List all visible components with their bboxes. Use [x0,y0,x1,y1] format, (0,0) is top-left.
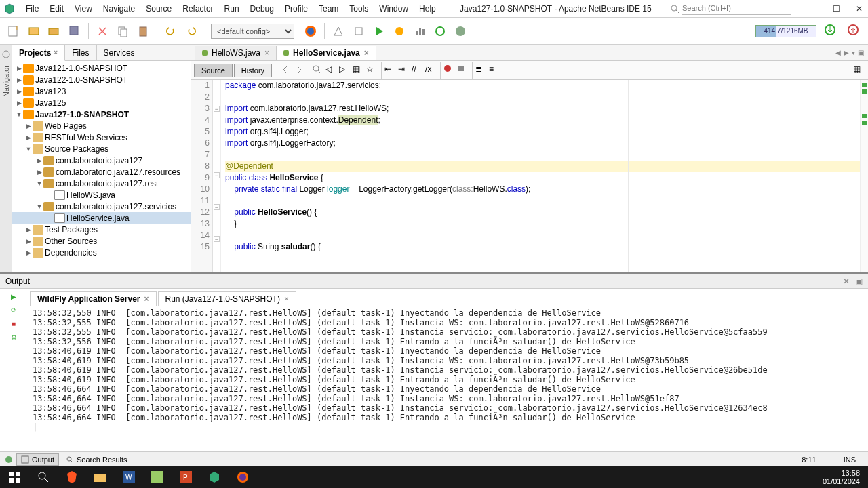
tree-node[interactable]: ▼com.laboratorio.java127.servicios [12,201,191,212]
output-tab[interactable]: Run (Java127-1.0-SNAPSHOT) × [158,291,296,306]
maximize-button[interactable]: ☐ [831,4,841,14]
tree-node[interactable]: ▶com.laboratorio.java127 [12,155,191,166]
tree-node[interactable]: ▶Test Packages [12,224,191,235]
uncomment-icon[interactable]: /x [425,64,437,77]
source-view-button[interactable]: Source [194,64,233,77]
stop-icon[interactable] [452,23,469,39]
netbeans-task-icon[interactable] [202,468,226,487]
menu-team[interactable]: Team [313,1,344,16]
diff-to-icon[interactable]: ≣ [475,64,488,77]
maximize-editor-icon[interactable]: ▣ [858,49,864,56]
error-stripe[interactable] [860,80,868,272]
menu-file[interactable]: File [20,1,44,16]
diff-from-icon[interactable]: ≡ [489,64,501,77]
find-next-icon[interactable]: ▷ [339,64,351,77]
git-push-icon[interactable] [846,23,863,39]
menu-source[interactable]: Source [140,1,177,16]
tree-node[interactable]: ▼Java127-1.0-SNAPSHOT [12,108,191,120]
tree-node[interactable]: ▶Dependencies [12,247,191,258]
output-console[interactable]: 13:58:32,550 INFO [com.laboratorio.java1… [27,306,868,451]
tree-node[interactable]: ▶Web Pages [12,120,191,131]
macro-start-icon[interactable] [443,64,456,77]
explorer-icon[interactable] [88,468,113,487]
macro-stop-icon[interactable] [457,64,469,77]
menu-edit[interactable]: Edit [44,1,69,16]
menu-window[interactable]: Window [374,1,414,16]
new-project-icon[interactable] [26,23,42,39]
tree-node[interactable]: ▶Java123 [12,85,191,97]
output-maximize-icon[interactable]: ▣ [855,277,863,286]
start-button[interactable] [3,468,27,487]
toggle-bookmark-icon[interactable]: ☆ [366,64,378,77]
history-view-button[interactable]: History [234,64,272,77]
editor-tab[interactable]: HelloService.java × [277,46,376,60]
tree-node[interactable]: ▶com.laboratorio.java127.resources [12,166,191,178]
brave-icon[interactable] [60,468,84,487]
close-button[interactable]: ✕ [854,4,864,14]
new-file-icon[interactable]: + [5,23,22,39]
notifications-icon[interactable] [4,455,14,464]
comment-icon[interactable]: // [412,64,424,77]
editor-tab[interactable]: HelloWS.java × [195,46,277,60]
menu-navigate[interactable]: Navigate [98,1,140,16]
menu-run[interactable]: Run [219,1,245,16]
rerun-debug-icon[interactable]: ⟳ [7,304,20,316]
powerpoint-icon[interactable]: P [174,468,198,487]
search-results-bottom-tab[interactable]: Search Results [62,454,132,465]
quick-search-input[interactable] [682,3,791,15]
run-icon[interactable] [371,23,387,39]
tree-node[interactable]: ▶RESTful Web Services [12,131,191,143]
paste-icon[interactable] [135,23,151,39]
menu-view[interactable]: View [69,1,98,16]
fold-column[interactable]: −−−− [213,80,221,272]
tree-node[interactable]: HelloWS.java [12,189,191,201]
project-tree[interactable]: ▶Java121-1.0-SNAPSHOT▶Java122-1.0-SNAPSH… [12,61,191,272]
tree-node[interactable]: ▼Source Packages [12,143,191,155]
copy-icon[interactable] [115,23,131,39]
panel-tab-projects[interactable]: Projects × [12,45,65,61]
panel-tab-files[interactable]: Files [65,45,96,60]
menu-tools[interactable]: Tools [344,1,374,16]
tree-node[interactable]: ▶Other Sources [12,235,191,247]
output-tab[interactable]: WildFly Application Server × [30,291,157,306]
redo-icon[interactable] [183,23,199,39]
firefox-icon[interactable] [231,468,255,487]
config-select[interactable]: <default config> [211,24,294,39]
settings-output-icon[interactable]: ⚙ [7,331,20,343]
open-project-icon[interactable] [46,23,62,39]
menu-refactor[interactable]: Refactor [177,1,218,16]
split-icon[interactable]: ▦ [853,64,865,77]
gutter[interactable]: 123456789101112131415 [191,80,213,272]
tree-node[interactable]: ▶Java125 [12,97,191,108]
memory-indicator[interactable]: 414.7/1216MB [755,25,816,37]
git-pull-icon[interactable] [823,23,840,39]
output-close-icon[interactable]: ✕ [843,277,850,286]
cut-icon[interactable] [94,23,111,39]
navigator-rail[interactable]: Navigator [0,45,12,272]
build-icon[interactable] [330,23,347,39]
output-bottom-tab[interactable]: Output [16,453,59,466]
panel-tab-services[interactable]: Services [97,45,142,60]
taskbar-search-icon[interactable] [31,468,56,487]
nav-back-icon[interactable] [280,64,292,77]
menu-help[interactable]: Help [414,1,441,16]
shift-right-icon[interactable]: ⇥ [398,64,410,77]
rerun-icon[interactable]: ▶ [7,290,20,302]
next-tab-icon[interactable]: ▶ [844,49,849,56]
minimize-button[interactable]: — [808,4,818,14]
save-all-icon[interactable] [66,23,83,39]
undo-icon[interactable] [163,23,179,39]
find-icon[interactable] [312,64,324,77]
menu-profile[interactable]: Profile [279,1,313,16]
profile-icon[interactable] [412,23,428,39]
tree-node[interactable]: ▶Java122-1.0-SNAPSHOT [12,74,191,85]
stop-output-icon[interactable]: ■ [7,317,20,329]
tree-node[interactable]: ▼com.laboratorio.java127.rest [12,178,191,189]
menu-debug[interactable]: Debug [245,1,279,16]
code-editor[interactable]: package com.laboratorio.java127.servicio… [221,80,860,272]
notepadpp-icon[interactable] [145,468,170,487]
tree-node[interactable]: HelloService.java [12,212,191,224]
tab-list-icon[interactable]: ▾ [852,49,855,56]
tree-node[interactable]: ▶Java121-1.0-SNAPSHOT [12,62,191,74]
prev-tab-icon[interactable]: ◀ [835,49,841,56]
